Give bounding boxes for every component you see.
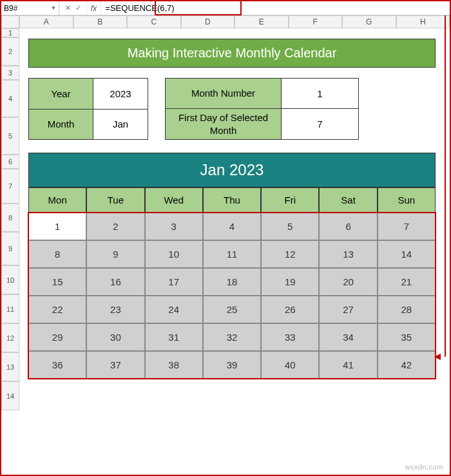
- calendar-cell[interactable]: 36: [28, 351, 86, 379]
- row-header[interactable]: 9: [1, 232, 19, 265]
- month-label: Month: [29, 109, 93, 140]
- calendar-cell[interactable]: 10: [145, 240, 203, 268]
- derived-table: Month Number 1 First Day of Selected Mon…: [165, 78, 359, 140]
- calendar-cell[interactable]: 7: [378, 213, 436, 240]
- year-value[interactable]: 2023: [93, 79, 148, 109]
- day-header: Mon: [28, 187, 86, 213]
- calendar-cell[interactable]: 37: [86, 351, 144, 379]
- calendar-cell[interactable]: 38: [145, 351, 203, 379]
- arrow-icon: [434, 354, 441, 360]
- row-header[interactable]: 4: [1, 80, 19, 117]
- col-header[interactable]: G: [342, 15, 396, 28]
- calendar-cell[interactable]: 39: [203, 351, 261, 379]
- col-header[interactable]: H: [396, 15, 450, 28]
- callout-line: [445, 15, 446, 357]
- info-panels: Year 2023 Month Jan Month Number 1 First…: [28, 78, 436, 140]
- calendar-cell[interactable]: 8: [28, 240, 86, 268]
- col-header[interactable]: E: [235, 15, 289, 28]
- calendar-cell[interactable]: 4: [203, 213, 261, 240]
- name-box-value: B9#: [4, 4, 17, 13]
- calendar-title: Jan 2023: [28, 153, 436, 187]
- content-area: Making Interactive Monthly Calendar Year…: [19, 28, 450, 410]
- calendar-cell[interactable]: 19: [261, 268, 319, 296]
- row-header[interactable]: 13: [1, 352, 19, 381]
- name-box[interactable]: B9# ▼: [1, 1, 59, 15]
- calendar-cell[interactable]: 13: [319, 240, 377, 268]
- firstday-label: First Day of Selected Month: [166, 109, 282, 140]
- calendar-cell[interactable]: 11: [203, 240, 261, 268]
- calendar-cell[interactable]: 35: [378, 323, 436, 351]
- calendar-cell[interactable]: 34: [319, 323, 377, 351]
- cancel-icon[interactable]: ✕: [63, 4, 72, 12]
- col-header[interactable]: A: [19, 15, 73, 28]
- col-header[interactable]: C: [127, 15, 181, 28]
- monthnum-label: Month Number: [166, 79, 282, 109]
- calendar-cell[interactable]: 26: [261, 296, 319, 323]
- watermark: wsxdn.com: [405, 463, 443, 471]
- row-header[interactable]: 12: [1, 323, 19, 352]
- calendar-cell[interactable]: 29: [28, 323, 86, 351]
- formula-text: =SEQUENCE(6,7): [105, 3, 174, 13]
- calendar-cell[interactable]: 3: [145, 213, 203, 240]
- row-header[interactable]: 7: [1, 169, 19, 204]
- select-all-corner[interactable]: [1, 15, 19, 28]
- col-header[interactable]: D: [181, 15, 235, 28]
- row-header[interactable]: 3: [1, 66, 19, 80]
- page-title: Making Interactive Monthly Calendar: [28, 39, 436, 68]
- day-header: Sun: [378, 187, 436, 213]
- calendar-cell[interactable]: 12: [261, 240, 319, 268]
- calendar-cell[interactable]: 27: [319, 296, 377, 323]
- col-header[interactable]: F: [289, 15, 343, 28]
- row-header[interactable]: 2: [1, 37, 19, 66]
- calendar-cell[interactable]: 17: [145, 268, 203, 296]
- monthnum-value: 1: [282, 79, 359, 109]
- calendar-cell[interactable]: 20: [319, 268, 377, 296]
- calendar-cell[interactable]: 31: [145, 323, 203, 351]
- calendar-cell[interactable]: 18: [203, 268, 261, 296]
- day-header: Sat: [319, 187, 377, 213]
- calendar-cell[interactable]: 41: [319, 351, 377, 379]
- fx-icon[interactable]: fx: [87, 1, 101, 15]
- calendar-cell[interactable]: 28: [378, 296, 436, 323]
- day-header: Thu: [203, 187, 261, 213]
- calendar-cell[interactable]: 5: [261, 213, 319, 240]
- calendar-cell[interactable]: 23: [86, 296, 144, 323]
- calendar: Jan 2023 Mon Tue Wed Thu Fri Sat Sun 123…: [28, 153, 436, 379]
- chevron-down-icon[interactable]: ▼: [51, 5, 56, 11]
- calendar-cell[interactable]: 42: [378, 351, 436, 379]
- check-icon[interactable]: ✓: [73, 4, 82, 12]
- day-header: Tue: [86, 187, 144, 213]
- calendar-cell[interactable]: 14: [378, 240, 436, 268]
- formula-bar[interactable]: =SEQUENCE(6,7): [101, 1, 450, 15]
- calendar-cell[interactable]: 1: [28, 213, 86, 240]
- row-header[interactable]: 10: [1, 265, 19, 294]
- col-header[interactable]: B: [73, 15, 128, 28]
- calendar-cell[interactable]: 21: [378, 268, 436, 296]
- row-header[interactable]: 11: [1, 294, 19, 323]
- row-header[interactable]: 14: [1, 381, 19, 410]
- year-label: Year: [29, 79, 93, 109]
- calendar-cell[interactable]: 32: [203, 323, 261, 351]
- month-value[interactable]: Jan: [93, 109, 148, 140]
- spreadsheet: A B C D E F G H 1 Making Interactive Mon…: [1, 15, 450, 410]
- calendar-cell[interactable]: 40: [261, 351, 319, 379]
- calendar-cell[interactable]: 9: [86, 240, 144, 268]
- calendar-cell[interactable]: 24: [145, 296, 203, 323]
- calendar-cell[interactable]: 33: [261, 323, 319, 351]
- row-header[interactable]: 8: [1, 204, 19, 232]
- calendar-head-row: Mon Tue Wed Thu Fri Sat Sun: [28, 187, 436, 213]
- calendar-cell[interactable]: 22: [28, 296, 86, 323]
- row-header[interactable]: 1: [1, 28, 19, 37]
- calendar-cell[interactable]: 6: [319, 213, 377, 240]
- calendar-cell[interactable]: 30: [86, 323, 144, 351]
- formula-row: B9# ▼ ✕ ✓ fx =SEQUENCE(6,7): [1, 1, 450, 15]
- day-header: Fri: [261, 187, 319, 213]
- calendar-cell[interactable]: 2: [86, 213, 144, 240]
- calendar-cell[interactable]: 15: [28, 268, 86, 296]
- row-header[interactable]: 5: [1, 117, 19, 155]
- calendar-body: 1234567891011121314151617181920212223242…: [28, 213, 436, 379]
- year-month-table: Year 2023 Month Jan: [28, 78, 148, 140]
- calendar-cell[interactable]: 25: [203, 296, 261, 323]
- row-header[interactable]: 6: [1, 155, 19, 169]
- calendar-cell[interactable]: 16: [86, 268, 144, 296]
